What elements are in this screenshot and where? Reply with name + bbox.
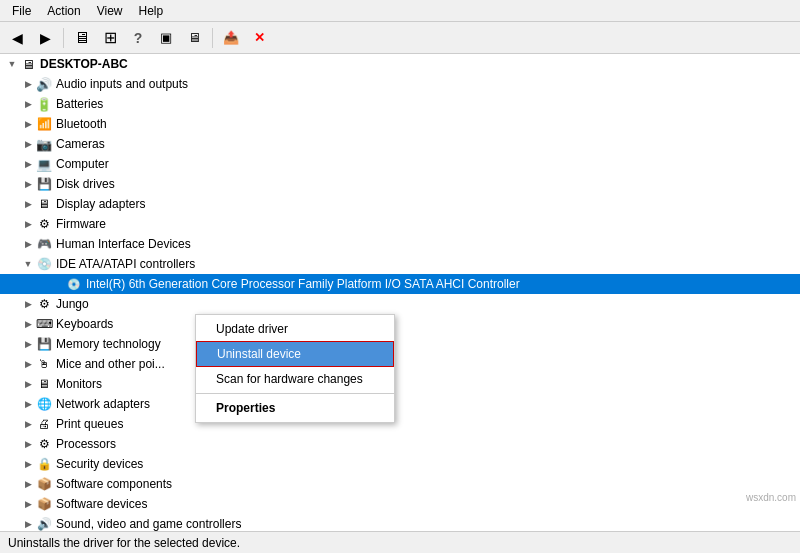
tree-item-monitors[interactable]: ▶ 🖥 Monitors — [0, 374, 800, 394]
software-dev-icon: 📦 — [36, 496, 52, 512]
forward-button[interactable]: ▶ — [32, 25, 58, 51]
software-comp-expand: ▶ — [20, 476, 36, 492]
display-icon: 🖥 — [36, 196, 52, 212]
tree-item-disk[interactable]: ▶ 💾 Disk drives — [0, 174, 800, 194]
tree-item-computer[interactable]: ▶ 💻 Computer — [0, 154, 800, 174]
hid-icon: 🎮 — [36, 236, 52, 252]
ide-label: IDE ATA/ATAPI controllers — [56, 257, 195, 271]
mice-icon: 🖱 — [36, 356, 52, 372]
menu-help[interactable]: Help — [131, 2, 172, 20]
toolbar-btn-6[interactable]: ▣ — [153, 25, 179, 51]
monitors-icon: 🖥 — [36, 376, 52, 392]
display-label: Display adapters — [56, 197, 145, 211]
ide-expand: ▼ — [20, 256, 36, 272]
menu-bar: File Action View Help — [0, 0, 800, 22]
menu-view[interactable]: View — [89, 2, 131, 20]
computer-expand: ▶ — [20, 156, 36, 172]
tree-item-firmware[interactable]: ▶ ⚙ Firmware — [0, 214, 800, 234]
menu-action[interactable]: Action — [39, 2, 88, 20]
disk-expand: ▶ — [20, 176, 36, 192]
tree-item-software-comp[interactable]: ▶ 📦 Software components — [0, 474, 800, 494]
tree-item-keyboards[interactable]: ▶ ⌨ Keyboards — [0, 314, 800, 334]
update-driver-button[interactable]: ⊞ — [97, 25, 123, 51]
cameras-expand: ▶ — [20, 136, 36, 152]
ctx-properties[interactable]: Properties — [196, 396, 394, 420]
device-manager-button[interactable]: 🖥 — [181, 25, 207, 51]
ide-child-expand — [50, 276, 66, 292]
disk-label: Disk drives — [56, 177, 115, 191]
properties-button[interactable]: 🖥 — [69, 25, 95, 51]
ctx-uninstall-device[interactable]: Uninstall device — [196, 341, 394, 367]
software-dev-expand: ▶ — [20, 496, 36, 512]
tree-item-audio[interactable]: ▶ 🔊 Audio inputs and outputs — [0, 74, 800, 94]
print-expand: ▶ — [20, 416, 36, 432]
jungo-icon: ⚙ — [36, 296, 52, 312]
batteries-icon: 🔋 — [36, 96, 52, 112]
tree-item-jungo[interactable]: ▶ ⚙ Jungo — [0, 294, 800, 314]
ctx-update-driver[interactable]: Update driver — [196, 317, 394, 341]
keyboards-icon: ⌨ — [36, 316, 52, 332]
display-expand: ▶ — [20, 196, 36, 212]
network-expand: ▶ — [20, 396, 36, 412]
ide-child-label: Intel(R) 6th Generation Core Processor F… — [86, 277, 520, 291]
menu-file[interactable]: File — [4, 2, 39, 20]
remove-button[interactable]: ✕ — [246, 25, 272, 51]
keyboards-expand: ▶ — [20, 316, 36, 332]
security-expand: ▶ — [20, 456, 36, 472]
monitors-expand: ▶ — [20, 376, 36, 392]
sound-label: Sound, video and game controllers — [56, 517, 241, 531]
root-icon: 🖥 — [20, 56, 36, 72]
software-comp-icon: 📦 — [36, 476, 52, 492]
tree-root[interactable]: ▼ 🖥 DESKTOP-ABC — [0, 54, 800, 74]
ctx-scan[interactable]: Scan for hardware changes — [196, 367, 394, 391]
software-dev-label: Software devices — [56, 497, 147, 511]
tree-item-network[interactable]: ▶ 🌐 Network adapters — [0, 394, 800, 414]
tree-item-display[interactable]: ▶ 🖥 Display adapters — [0, 194, 800, 214]
tree-item-sound[interactable]: ▶ 🔊 Sound, video and game controllers — [0, 514, 800, 531]
tree-item-software-dev[interactable]: ▶ 📦 Software devices — [0, 494, 800, 514]
context-menu: Update driver Uninstall device Scan for … — [195, 314, 395, 423]
mice-expand: ▶ — [20, 356, 36, 372]
tree-item-batteries[interactable]: ▶ 🔋 Batteries — [0, 94, 800, 114]
tree-item-processors[interactable]: ▶ ⚙ Processors — [0, 434, 800, 454]
processors-expand: ▶ — [20, 436, 36, 452]
keyboards-label: Keyboards — [56, 317, 113, 331]
jungo-expand: ▶ — [20, 296, 36, 312]
uninstall-button[interactable]: 📤 — [218, 25, 244, 51]
memory-expand: ▶ — [20, 336, 36, 352]
bluetooth-expand: ▶ — [20, 116, 36, 132]
security-icon: 🔒 — [36, 456, 52, 472]
firmware-icon: ⚙ — [36, 216, 52, 232]
tree-item-print[interactable]: ▶ 🖨 Print queues — [0, 414, 800, 434]
print-label: Print queues — [56, 417, 123, 431]
tree-item-ide[interactable]: ▼ 💿 IDE ATA/ATAPI controllers — [0, 254, 800, 274]
batteries-label: Batteries — [56, 97, 103, 111]
tree-item-security[interactable]: ▶ 🔒 Security devices — [0, 454, 800, 474]
tree-item-cameras[interactable]: ▶ 📷 Cameras — [0, 134, 800, 154]
tree-item-ide-child[interactable]: 💿 Intel(R) 6th Generation Core Processor… — [0, 274, 800, 294]
security-label: Security devices — [56, 457, 143, 471]
device-tree[interactable]: ▼ 🖥 DESKTOP-ABC ▶ 🔊 Audio inputs and out… — [0, 54, 800, 531]
tree-item-memory[interactable]: ▶ 💾 Memory technology — [0, 334, 800, 354]
bluetooth-icon: 📶 — [36, 116, 52, 132]
hid-expand: ▶ — [20, 236, 36, 252]
monitors-label: Monitors — [56, 377, 102, 391]
disk-icon: 💾 — [36, 176, 52, 192]
back-button[interactable]: ◀ — [4, 25, 30, 51]
audio-icon: 🔊 — [36, 76, 52, 92]
tree-item-bluetooth[interactable]: ▶ 📶 Bluetooth — [0, 114, 800, 134]
cameras-icon: 📷 — [36, 136, 52, 152]
sound-expand: ▶ — [20, 516, 36, 531]
tree-item-mice[interactable]: ▶ 🖱 Mice and other poi... — [0, 354, 800, 374]
tree-item-hid[interactable]: ▶ 🎮 Human Interface Devices — [0, 234, 800, 254]
ide-icon: 💿 — [36, 256, 52, 272]
status-bar: Uninstalls the driver for the selected d… — [0, 531, 800, 553]
computer-label: Computer — [56, 157, 109, 171]
bluetooth-label: Bluetooth — [56, 117, 107, 131]
network-label: Network adapters — [56, 397, 150, 411]
root-label: DESKTOP-ABC — [40, 57, 128, 71]
ide-child-icon: 💿 — [66, 276, 82, 292]
jungo-label: Jungo — [56, 297, 89, 311]
processors-icon: ⚙ — [36, 436, 52, 452]
help-button[interactable]: ? — [125, 25, 151, 51]
